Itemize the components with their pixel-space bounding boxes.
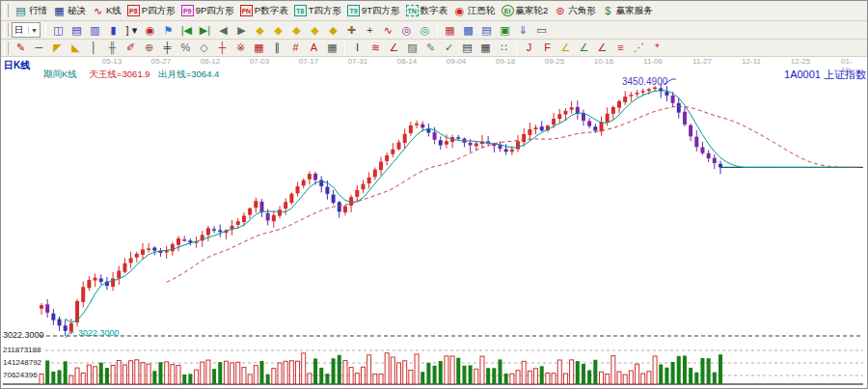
- spiral-teal-icon[interactable]: ◎: [416, 22, 434, 39]
- t9-square-button[interactable]: T9 9T四方形: [344, 3, 403, 19]
- cycle-lines-icon[interactable]: ╫: [103, 40, 122, 56]
- hand-tool-icon[interactable]: ✚: [342, 22, 361, 39]
- fan-lines-icon[interactable]: *: [648, 40, 666, 56]
- toolbar-icon: ∠: [559, 42, 572, 54]
- toolbar-icon: ◎: [400, 24, 413, 37]
- gann-wheel2-button[interactable]: EI 赢家轮2: [499, 3, 552, 19]
- spiral-purple-icon[interactable]: ◎: [397, 22, 416, 39]
- angle-red2-icon[interactable]: ∠: [593, 40, 611, 56]
- gann-wheel-button[interactable]: ◉ 江恩轮: [450, 3, 499, 19]
- sheet2-icon[interactable]: ▦: [476, 40, 495, 56]
- market-quotes-button[interactable]: ▤ 行情: [12, 3, 50, 19]
- fence-icon[interactable]: ╪: [158, 40, 176, 56]
- pivot-icon[interactable]: ┼: [213, 40, 231, 56]
- chevron-down-icon: ▼: [28, 27, 38, 34]
- date-tick-label: 09-25: [545, 57, 564, 66]
- grid-red-icon[interactable]: ▦: [250, 40, 268, 56]
- zoom-diamond-4-icon[interactable]: ◆: [306, 22, 324, 39]
- parallel-icon[interactable]: ∥: [268, 40, 286, 56]
- export-icon[interactable]: ⇓: [514, 22, 532, 39]
- angle-red-icon[interactable]: ∠: [385, 40, 403, 56]
- t-square-button[interactable]: T8 T四方形: [291, 3, 344, 19]
- table-icon[interactable]: ▦: [323, 40, 341, 56]
- toolbar-icon: A: [308, 42, 320, 54]
- volume-axis-label: 141248792: [3, 358, 41, 367]
- toolbar-icon: T9: [347, 5, 360, 16]
- toolbar-icon: ▤: [14, 5, 27, 17]
- levels-icon[interactable]: ≡: [611, 40, 630, 56]
- indicator-panel-icon[interactable]: ▤: [68, 22, 86, 39]
- sheet-icon[interactable]: ▤: [458, 40, 476, 56]
- speed-ray-icon[interactable]: ⋰: [630, 40, 648, 56]
- last-bar-icon[interactable]: ▶|: [196, 22, 214, 39]
- gann-j-line-icon[interactable]: J: [520, 40, 538, 56]
- number-table-button[interactable]: TN 数字表: [403, 3, 451, 19]
- flag-icon[interactable]: ⚑: [159, 22, 177, 39]
- price-chart[interactable]: 05-1305-2706-1207-0307-1707-3108-1409-04…: [1, 57, 867, 388]
- angle-green-icon[interactable]: ∠: [575, 40, 593, 56]
- calendar-icon[interactable]: ▦: [441, 22, 459, 39]
- polygon-icon[interactable]: ◇: [195, 40, 213, 56]
- toolbar-icon: ▤: [461, 42, 474, 54]
- p-square-button[interactable]: P8 P四方形: [124, 3, 178, 19]
- volume-panel-icon[interactable]: ▥: [86, 22, 104, 39]
- wave-tool-icon[interactable]: ∿: [379, 22, 397, 39]
- toolbar-icon: ╪: [161, 42, 174, 54]
- style-panel-icon[interactable]: ▮: [104, 22, 122, 39]
- kline-button[interactable]: ∿ K线: [89, 3, 124, 19]
- bracket-menu-icon[interactable]: ] ▾: [122, 22, 141, 39]
- gold-fan-b-icon[interactable]: ◣: [67, 40, 85, 56]
- vline-icon[interactable]: │: [85, 40, 103, 56]
- toolbar-sep: [437, 23, 438, 37]
- image-icon[interactable]: ▣: [496, 22, 514, 39]
- toolbar-icon: ⊛: [554, 5, 566, 17]
- beam-icon[interactable]: I: [348, 40, 366, 56]
- hline-icon[interactable]: ─: [30, 40, 48, 56]
- zoom-diamond-1-icon[interactable]: ◆: [251, 22, 269, 39]
- calculator-icon[interactable]: ▩: [459, 22, 477, 39]
- wave-red-icon[interactable]: ≋: [366, 40, 385, 56]
- printer-icon[interactable]: ▭: [532, 22, 551, 39]
- notepad-icon[interactable]: ▤: [477, 22, 496, 39]
- first-bar-icon[interactable]: |◀: [177, 22, 196, 39]
- zoom-diamond-5-icon[interactable]: ◆: [324, 22, 342, 39]
- brush-icon[interactable]: ✐: [122, 40, 140, 56]
- check-icon[interactable]: ✓: [440, 40, 458, 56]
- secrets-button[interactable]: ▦ 秘决: [50, 3, 89, 19]
- toolbar-grip[interactable]: [4, 23, 9, 37]
- analysis-circle-icon[interactable]: ◉: [141, 22, 159, 39]
- p9-square-button[interactable]: P9 9P四方形: [178, 3, 237, 19]
- period-select[interactable]: 日 ▼: [12, 22, 41, 38]
- date-tick-label: 09-04: [447, 57, 466, 66]
- symbol-title: 1A0001 上证指数: [784, 68, 866, 82]
- toolbar-icon: ╫: [106, 42, 119, 54]
- overlay-window-icon[interactable]: ◫: [49, 22, 68, 39]
- next-bar-icon[interactable]: ▶: [232, 22, 251, 39]
- toolbar-icon: TN: [406, 5, 419, 16]
- pencil-icon[interactable]: ✎: [12, 40, 30, 56]
- zoom-diamond-3-icon[interactable]: ◆: [287, 22, 306, 39]
- hexagon-chart-button[interactable]: ⊛ 六角形: [551, 3, 599, 19]
- toolbar-icon: ┼: [216, 42, 229, 54]
- shade-grid-icon[interactable]: ▨: [403, 40, 421, 56]
- date-tick-label: 12-25: [791, 57, 810, 66]
- retracement-icon[interactable]: %: [176, 40, 195, 56]
- hash-red-icon[interactable]: #: [286, 40, 305, 56]
- angle-gold-icon[interactable]: ∠: [556, 40, 575, 56]
- toolbar-grip[interactable]: [4, 42, 9, 55]
- prev-bar-icon[interactable]: ◀: [214, 22, 232, 39]
- label-red-icon[interactable]: A: [305, 40, 323, 56]
- ticks-icon[interactable]: ∷: [495, 40, 513, 56]
- winner-service-button[interactable]: $ 赢家服务: [599, 3, 656, 19]
- ellipse-icon[interactable]: ⊕: [140, 40, 158, 56]
- star-line-icon[interactable]: ※: [231, 40, 250, 56]
- pen-gray-icon[interactable]: ✎: [421, 40, 440, 56]
- zoom-diamond-2-icon[interactable]: ◆: [269, 22, 287, 39]
- gold-fan-a-icon[interactable]: ◤: [48, 40, 67, 56]
- gann-f-line-icon[interactable]: F: [538, 40, 556, 56]
- toolbar-icon: P8: [127, 5, 140, 16]
- crosshair-icon[interactable]: +: [361, 22, 379, 39]
- toolbar-icon: ▣: [499, 24, 511, 37]
- p-number-table-button[interactable]: PN P数字表: [237, 3, 291, 19]
- toolbar-grip[interactable]: [4, 4, 9, 17]
